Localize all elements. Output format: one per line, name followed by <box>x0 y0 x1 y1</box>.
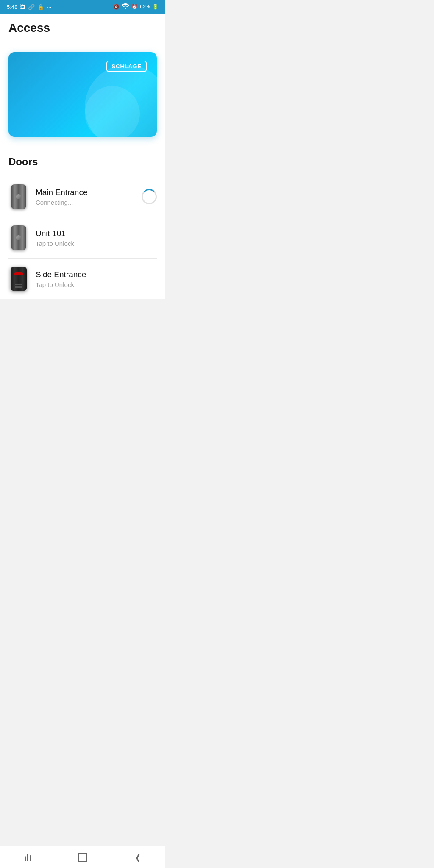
door-name-main-entrance: Main Entrance <box>36 188 135 197</box>
doors-title: Doors <box>8 156 157 168</box>
mute-icon: 🔇 <box>113 4 120 10</box>
door-info-main-entrance: Main Entrance Connecting... <box>36 188 135 206</box>
schlage-card[interactable]: SCHLAGE <box>8 52 157 137</box>
door-info-unit-101: Unit 101 Tap to Unlock <box>36 229 157 247</box>
door-status-unit-101: Tap to Unlock <box>36 240 157 247</box>
door-status-main-entrance: Connecting... <box>36 199 135 206</box>
connecting-spinner <box>142 189 157 204</box>
battery-icon: 🔋 <box>152 4 159 10</box>
door-icon-side-entrance <box>8 265 29 292</box>
status-bar: 5:48 🖼 🔗 🔒 ··· 🔇 ⏰ 62% 🔋 <box>0 0 165 14</box>
battery-percent: 62% <box>140 4 150 10</box>
svg-point-0 <box>125 8 126 9</box>
content-end <box>0 299 165 342</box>
lock-icon-silver <box>11 184 26 209</box>
alarm-icon: ⏰ <box>131 4 138 10</box>
status-right: 🔇 ⏰ 62% 🔋 <box>113 3 159 11</box>
shield-icon: 🔒 <box>37 4 44 10</box>
door-name-side-entrance: Side Entrance <box>36 270 157 279</box>
link-icon: 🔗 <box>28 4 35 10</box>
schlage-logo: SCHLAGE <box>106 61 147 72</box>
door-status-side-entrance: Tap to Unlock <box>36 281 157 288</box>
photo-icon: 🖼 <box>20 4 25 10</box>
page-header: Access <box>0 14 165 42</box>
status-left: 5:48 🖼 🔗 🔒 ··· <box>7 4 51 10</box>
more-icon: ··· <box>47 4 51 10</box>
door-item-unit-101[interactable]: Unit 101 Tap to Unlock <box>0 217 165 258</box>
door-info-side-entrance: Side Entrance Tap to Unlock <box>36 270 157 288</box>
door-item-main-entrance[interactable]: Main Entrance Connecting... <box>0 176 165 217</box>
card-section: SCHLAGE <box>0 42 165 147</box>
door-icon-main-entrance <box>8 183 29 210</box>
wifi-icon <box>122 3 129 11</box>
status-time: 5:48 <box>7 4 17 10</box>
door-icon-unit-101 <box>8 224 29 251</box>
door-list: Main Entrance Connecting... Unit 101 Tap… <box>0 176 165 299</box>
page-title: Access <box>8 21 157 35</box>
door-name-unit-101: Unit 101 <box>36 229 157 238</box>
door-item-side-entrance[interactable]: Side Entrance Tap to Unlock <box>0 259 165 299</box>
lock-icon-silver-2 <box>11 225 26 250</box>
doors-section: Doors <box>0 147 165 176</box>
lock-icon-black <box>11 267 27 291</box>
